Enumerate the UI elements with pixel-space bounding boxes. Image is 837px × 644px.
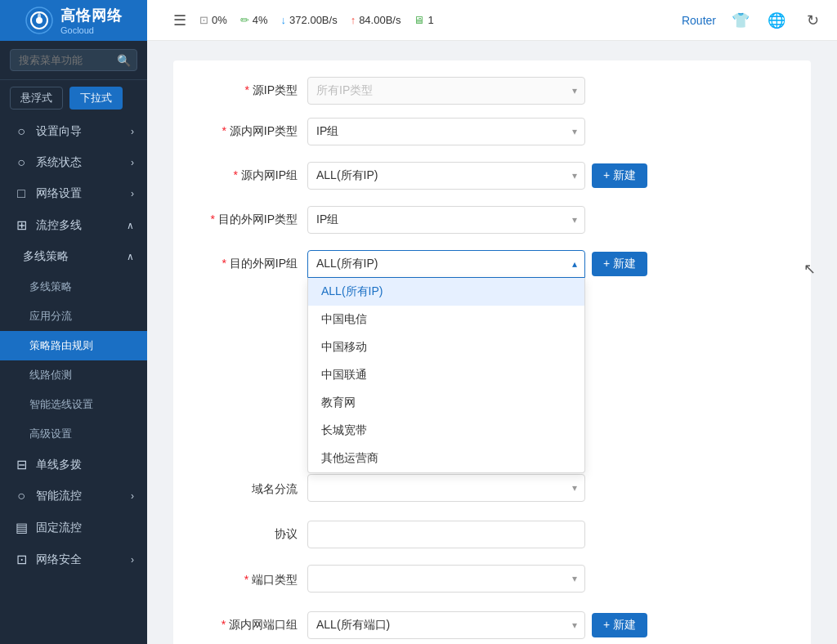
logo-sub-text: Gocloud xyxy=(60,25,123,35)
cpu-icon: ⊡ xyxy=(199,14,208,26)
toggle-float-btn[interactable]: 悬浮式 xyxy=(10,87,63,110)
sidebar-item-status-label: 系统状态 xyxy=(36,155,82,170)
dest-outer-ip-group-control: ALL(所有IP) ▴ ALL(所有IP) 中国电信 中国移动 中国联通 教育网… xyxy=(307,250,791,278)
source-inner-port-group-label: * 源内网端口组 xyxy=(193,618,307,633)
sub-multi-policy-label: 多线策略 xyxy=(29,280,72,294)
network-chevron: › xyxy=(131,188,134,199)
down-stat: ↓ 372.00B/s xyxy=(281,14,338,26)
refresh-icon-btn[interactable]: ↻ xyxy=(801,9,824,32)
sidebar-item-flow[interactable]: ⊞ 流控多线 ∧ xyxy=(0,209,147,241)
sidebar-item-status[interactable]: ○ 系统状态 › xyxy=(0,147,147,178)
dest-outer-ip-group-new-btn[interactable]: + 新建 xyxy=(592,252,647,276)
flow-icon: ⊞ xyxy=(13,217,29,233)
row-protocol: 协议 xyxy=(193,521,791,548)
sidebar-item-smart-flow[interactable]: ○ 智能流控 › xyxy=(0,481,147,512)
dest-outer-ip-type-control: IP组 ▾ xyxy=(307,206,791,234)
sub-line-detect-label: 线路侦测 xyxy=(29,368,72,382)
source-inner-port-group-select[interactable]: ALL(所有端口) xyxy=(307,611,585,639)
fixed-flow-icon: ▤ xyxy=(13,520,29,535)
monitor-icon: 🖥 xyxy=(414,14,424,26)
dest-outer-ip-group-dropdown-menu: ALL(所有IP) 中国电信 中国移动 中国联通 教育网 长城宽带 其他运营商 xyxy=(307,278,585,473)
source-inner-ip-type-select[interactable]: IP组 xyxy=(307,118,585,145)
sidebar-sub-policy-route[interactable]: 策略路由规则 xyxy=(0,331,147,360)
content-area: * 源IP类型 ▾ * 源内网IP类型 xyxy=(147,41,837,644)
req2: * xyxy=(233,168,237,181)
logo: 高恪网络 Gocloud xyxy=(0,0,147,41)
sub-advanced-label: 高级设置 xyxy=(29,427,72,441)
sidebar-item-setup-label: 设置向导 xyxy=(36,124,82,139)
dropdown-item-edu[interactable]: 教育网 xyxy=(308,389,584,417)
single-multi-icon: ⊟ xyxy=(13,457,29,472)
setup-chevron: › xyxy=(131,126,134,137)
dest-outer-ip-type-value: IP组 xyxy=(316,212,338,227)
sub-policy-route-label: 策略路由规则 xyxy=(29,338,93,353)
dropdown-item-greatwall[interactable]: 长城宽带 xyxy=(308,417,584,445)
multi-policy-label: 多线策略 xyxy=(23,249,69,264)
req5: * xyxy=(244,573,248,586)
flow-chevron: ∧ xyxy=(127,220,134,231)
main-layout: 🔍 悬浮式 下拉式 ○ 设置向导 › ○ 系统状态 › □ 网络设置 › ⊞ 流… xyxy=(0,41,837,644)
sidebar-sub-multi-policy[interactable]: 多线策略 xyxy=(0,272,147,302)
source-inner-ip-type-text: 源内网IP类型 xyxy=(230,124,298,137)
source-inner-port-group-value: ALL(所有端口) xyxy=(316,618,390,633)
dest-outer-ip-group-select[interactable]: ALL(所有IP) ▴ xyxy=(307,250,585,278)
sidebar-sub-advanced[interactable]: 高级设置 xyxy=(0,419,147,449)
sidebar-smart-flow-label: 智能流控 xyxy=(36,489,82,503)
req1: * xyxy=(222,124,226,137)
source-inner-ip-group-control: ALL(所有IP) ▾ + 新建 xyxy=(307,162,791,190)
req4: * xyxy=(222,257,226,270)
sidebar-item-network[interactable]: □ 网络设置 › xyxy=(0,178,147,209)
dest-outer-ip-group-text: 目的外网IP组 xyxy=(230,257,298,270)
search-wrap: 🔍 xyxy=(10,49,137,71)
protocol-label-text: 协议 xyxy=(275,527,298,540)
domain-select[interactable] xyxy=(307,474,585,502)
source-inner-ip-group-new-btn[interactable]: + 新建 xyxy=(592,163,647,188)
conn-value: 1 xyxy=(427,14,433,26)
router-link[interactable]: Router xyxy=(682,14,716,27)
dropdown-item-unicom[interactable]: 中国联通 xyxy=(308,361,584,389)
multi-policy-chevron: ∧ xyxy=(127,251,134,262)
sidebar-sub-app-divert[interactable]: 应用分流 xyxy=(0,302,147,331)
menu-icon[interactable]: ☰ xyxy=(173,11,186,29)
smart-flow-icon: ○ xyxy=(13,489,29,503)
source-type-top-text: 源IP类型 xyxy=(253,83,298,96)
up-value: 84.00B/s xyxy=(359,14,401,26)
toggle-pull-btn[interactable]: 下拉式 xyxy=(69,87,123,110)
req6: * xyxy=(222,618,226,631)
dest-outer-ip-type-label: * 目的外网IP类型 xyxy=(193,212,307,227)
source-type-top-input[interactable] xyxy=(307,77,585,105)
shirt-icon-btn[interactable]: 👕 xyxy=(729,9,752,32)
sidebar-item-fixed-flow[interactable]: ▤ 固定流控 xyxy=(0,512,147,543)
sidebar-item-net-security[interactable]: ⊡ 网络安全 › xyxy=(0,543,147,575)
status-icon: ○ xyxy=(13,155,29,170)
topbar-nav: ☰ ⊡ 0% ✏ 4% ↓ 372.00B/s ↑ 84.00B/s 🖥 1 xyxy=(163,11,682,29)
sidebar-sub-line-detect[interactable]: 线路侦测 xyxy=(0,360,147,390)
source-type-top-label: * 源IP类型 xyxy=(193,83,307,98)
port-type-select[interactable] xyxy=(307,565,585,593)
source-type-top-select-wrap: ▾ xyxy=(307,77,585,105)
net-security-icon: ⊡ xyxy=(13,552,29,567)
mem-value: 4% xyxy=(253,14,268,26)
source-inner-port-group-control: ALL(所有端口) ▾ + 新建 xyxy=(307,611,791,639)
sidebar-search-area: 🔍 xyxy=(0,41,147,80)
source-inner-port-group-new-btn[interactable]: + 新建 xyxy=(592,613,647,637)
sidebar-item-setup[interactable]: ○ 设置向导 › xyxy=(0,116,147,147)
sidebar-net-security-label: 网络安全 xyxy=(36,552,82,567)
dropdown-item-telecom[interactable]: 中国电信 xyxy=(308,306,584,333)
network-icon: □ xyxy=(13,186,29,201)
dest-outer-ip-type-select[interactable]: IP组 xyxy=(307,206,585,234)
sidebar-item-single-multi[interactable]: ⊟ 单线多拨 xyxy=(0,449,147,481)
source-inner-ip-group-select[interactable]: ALL(所有IP) xyxy=(307,162,585,190)
sidebar-single-multi-label: 单线多拨 xyxy=(36,458,82,472)
protocol-input[interactable] xyxy=(307,521,585,548)
dropdown-item-other[interactable]: 其他运营商 xyxy=(308,445,584,472)
dropdown-item-all[interactable]: ALL(所有IP) xyxy=(308,278,584,306)
sidebar-sub-smart-select[interactable]: 智能选线设置 xyxy=(0,390,147,419)
down-icon: ↓ xyxy=(281,14,287,26)
globe-icon-btn[interactable]: 🌐 xyxy=(765,9,788,32)
dropdown-item-mobile[interactable]: 中国移动 xyxy=(308,333,584,361)
sidebar-fixed-flow-label: 固定流控 xyxy=(36,521,82,535)
sidebar-item-multi-policy-parent[interactable]: 多线策略 ∧ xyxy=(0,241,147,272)
mouse-cursor: ↖ xyxy=(803,260,816,278)
dest-outer-ip-type-text: 目的外网IP类型 xyxy=(218,212,298,226)
